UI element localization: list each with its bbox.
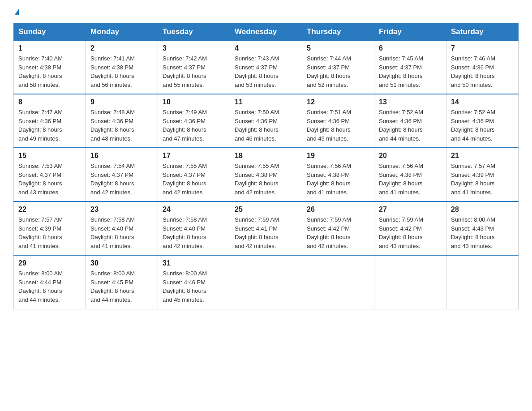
calendar-cell: 22Sunrise: 7:57 AMSunset: 4:39 PMDayligh…: [14, 201, 86, 255]
day-number: 24: [163, 206, 225, 214]
day-info: Sunrise: 8:00 AMSunset: 4:43 PMDaylight:…: [451, 215, 514, 250]
day-info: Sunrise: 8:00 AMSunset: 4:45 PMDaylight:…: [90, 269, 153, 304]
day-number: 29: [18, 259, 81, 267]
day-number: 13: [379, 98, 442, 106]
calendar-cell: 29Sunrise: 8:00 AMSunset: 4:44 PMDayligh…: [14, 255, 86, 309]
day-header-saturday: Saturday: [446, 24, 519, 41]
day-info: Sunrise: 7:57 AMSunset: 4:39 PMDaylight:…: [18, 215, 81, 250]
calendar-cell: 3Sunrise: 7:42 AMSunset: 4:37 PMDaylight…: [158, 40, 230, 94]
day-number: 12: [307, 98, 369, 106]
day-number: 15: [18, 152, 81, 160]
day-info: Sunrise: 7:46 AMSunset: 4:36 PMDaylight:…: [451, 54, 514, 89]
calendar-cell: [230, 255, 302, 309]
day-number: 18: [235, 152, 297, 160]
calendar-cell: 26Sunrise: 7:59 AMSunset: 4:42 PMDayligh…: [302, 201, 374, 255]
calendar-cell: 1Sunrise: 7:40 AMSunset: 4:38 PMDaylight…: [14, 40, 86, 94]
week-row-4: 22Sunrise: 7:57 AMSunset: 4:39 PMDayligh…: [14, 201, 519, 255]
calendar-cell: 2Sunrise: 7:41 AMSunset: 4:38 PMDaylight…: [86, 40, 158, 94]
day-info: Sunrise: 7:56 AMSunset: 4:38 PMDaylight:…: [307, 162, 369, 197]
week-row-1: 1Sunrise: 7:40 AMSunset: 4:38 PMDaylight…: [14, 40, 519, 94]
day-info: Sunrise: 7:58 AMSunset: 4:40 PMDaylight:…: [90, 215, 153, 250]
calendar-cell: 24Sunrise: 7:58 AMSunset: 4:40 PMDayligh…: [158, 201, 230, 255]
calendar-cell: 13Sunrise: 7:52 AMSunset: 4:36 PMDayligh…: [374, 94, 446, 148]
calendar-cell: 5Sunrise: 7:44 AMSunset: 4:37 PMDaylight…: [302, 40, 374, 94]
day-number: 14: [451, 98, 514, 106]
day-info: Sunrise: 7:48 AMSunset: 4:36 PMDaylight:…: [90, 108, 153, 143]
calendar-cell: 16Sunrise: 7:54 AMSunset: 4:37 PMDayligh…: [86, 148, 158, 201]
day-info: Sunrise: 7:43 AMSunset: 4:37 PMDaylight:…: [235, 54, 297, 89]
day-info: Sunrise: 7:51 AMSunset: 4:36 PMDaylight:…: [307, 108, 369, 143]
calendar-cell: [374, 255, 446, 309]
calendar-cell: 8Sunrise: 7:47 AMSunset: 4:36 PMDaylight…: [14, 94, 86, 148]
day-info: Sunrise: 7:59 AMSunset: 4:42 PMDaylight:…: [307, 215, 369, 250]
day-info: Sunrise: 7:52 AMSunset: 4:36 PMDaylight:…: [451, 108, 514, 143]
day-number: 17: [163, 152, 225, 160]
day-number: 28: [451, 206, 514, 214]
week-row-2: 8Sunrise: 7:47 AMSunset: 4:36 PMDaylight…: [14, 94, 519, 148]
day-number: 6: [379, 44, 442, 52]
day-header-friday: Friday: [374, 24, 446, 41]
page-header: [13, 9, 519, 15]
day-number: 20: [379, 152, 442, 160]
day-info: Sunrise: 7:57 AMSunset: 4:39 PMDaylight:…: [451, 162, 514, 197]
calendar-cell: 17Sunrise: 7:55 AMSunset: 4:37 PMDayligh…: [158, 148, 230, 201]
day-number: 5: [307, 44, 369, 52]
day-header-tuesday: Tuesday: [158, 24, 230, 41]
day-info: Sunrise: 7:52 AMSunset: 4:36 PMDaylight:…: [379, 108, 442, 143]
calendar-cell: 9Sunrise: 7:48 AMSunset: 4:36 PMDaylight…: [86, 94, 158, 148]
calendar-cell: 10Sunrise: 7:49 AMSunset: 4:36 PMDayligh…: [158, 94, 230, 148]
calendar-cell: 30Sunrise: 8:00 AMSunset: 4:45 PMDayligh…: [86, 255, 158, 309]
day-number: 21: [451, 152, 514, 160]
calendar-cell: 31Sunrise: 8:00 AMSunset: 4:46 PMDayligh…: [158, 255, 230, 309]
calendar-cell: 6Sunrise: 7:45 AMSunset: 4:37 PMDaylight…: [374, 40, 446, 94]
calendar-cell: 20Sunrise: 7:56 AMSunset: 4:38 PMDayligh…: [374, 148, 446, 201]
day-number: 27: [379, 206, 442, 214]
day-number: 7: [451, 44, 514, 52]
day-info: Sunrise: 7:53 AMSunset: 4:37 PMDaylight:…: [18, 162, 81, 197]
calendar-cell: 15Sunrise: 7:53 AMSunset: 4:37 PMDayligh…: [14, 148, 86, 201]
calendar-cell: 18Sunrise: 7:55 AMSunset: 4:38 PMDayligh…: [230, 148, 302, 201]
day-number: 22: [18, 206, 81, 214]
day-number: 2: [90, 44, 153, 52]
day-header-monday: Monday: [86, 24, 158, 41]
calendar-cell: 28Sunrise: 8:00 AMSunset: 4:43 PMDayligh…: [446, 201, 519, 255]
day-number: 8: [18, 98, 81, 106]
day-info: Sunrise: 7:42 AMSunset: 4:37 PMDaylight:…: [163, 54, 225, 89]
calendar-cell: [446, 255, 519, 309]
logo: [13, 9, 19, 15]
calendar-cell: 25Sunrise: 7:59 AMSunset: 4:41 PMDayligh…: [230, 201, 302, 255]
day-info: Sunrise: 7:40 AMSunset: 4:38 PMDaylight:…: [18, 54, 81, 89]
day-info: Sunrise: 7:56 AMSunset: 4:38 PMDaylight:…: [379, 162, 442, 197]
day-info: Sunrise: 8:00 AMSunset: 4:46 PMDaylight:…: [163, 269, 225, 304]
day-number: 11: [235, 98, 297, 106]
calendar-cell: [302, 255, 374, 309]
day-info: Sunrise: 7:59 AMSunset: 4:41 PMDaylight:…: [235, 215, 297, 250]
day-header-sunday: Sunday: [14, 24, 86, 41]
day-info: Sunrise: 7:54 AMSunset: 4:37 PMDaylight:…: [90, 162, 153, 197]
calendar-cell: 12Sunrise: 7:51 AMSunset: 4:36 PMDayligh…: [302, 94, 374, 148]
day-number: 26: [307, 206, 369, 214]
day-info: Sunrise: 7:55 AMSunset: 4:38 PMDaylight:…: [235, 162, 297, 197]
day-header-wednesday: Wednesday: [230, 24, 302, 41]
day-number: 31: [163, 259, 225, 267]
day-info: Sunrise: 7:47 AMSunset: 4:36 PMDaylight:…: [18, 108, 81, 143]
day-info: Sunrise: 7:45 AMSunset: 4:37 PMDaylight:…: [379, 54, 442, 89]
day-number: 30: [90, 259, 153, 267]
day-info: Sunrise: 7:49 AMSunset: 4:36 PMDaylight:…: [163, 108, 225, 143]
day-info: Sunrise: 8:00 AMSunset: 4:44 PMDaylight:…: [18, 269, 81, 304]
days-header-row: SundayMondayTuesdayWednesdayThursdayFrid…: [14, 24, 519, 41]
calendar-cell: 4Sunrise: 7:43 AMSunset: 4:37 PMDaylight…: [230, 40, 302, 94]
calendar-cell: 19Sunrise: 7:56 AMSunset: 4:38 PMDayligh…: [302, 148, 374, 201]
day-number: 23: [90, 206, 153, 214]
calendar-cell: 11Sunrise: 7:50 AMSunset: 4:36 PMDayligh…: [230, 94, 302, 148]
day-number: 16: [90, 152, 153, 160]
day-info: Sunrise: 7:59 AMSunset: 4:42 PMDaylight:…: [379, 215, 442, 250]
day-number: 19: [307, 152, 369, 160]
calendar-table: SundayMondayTuesdayWednesdayThursdayFrid…: [13, 23, 519, 309]
day-number: 10: [163, 98, 225, 106]
day-number: 1: [18, 44, 81, 52]
day-number: 25: [235, 206, 297, 214]
calendar-cell: 14Sunrise: 7:52 AMSunset: 4:36 PMDayligh…: [446, 94, 519, 148]
day-info: Sunrise: 7:55 AMSunset: 4:37 PMDaylight:…: [163, 162, 225, 197]
day-info: Sunrise: 7:44 AMSunset: 4:37 PMDaylight:…: [307, 54, 369, 89]
